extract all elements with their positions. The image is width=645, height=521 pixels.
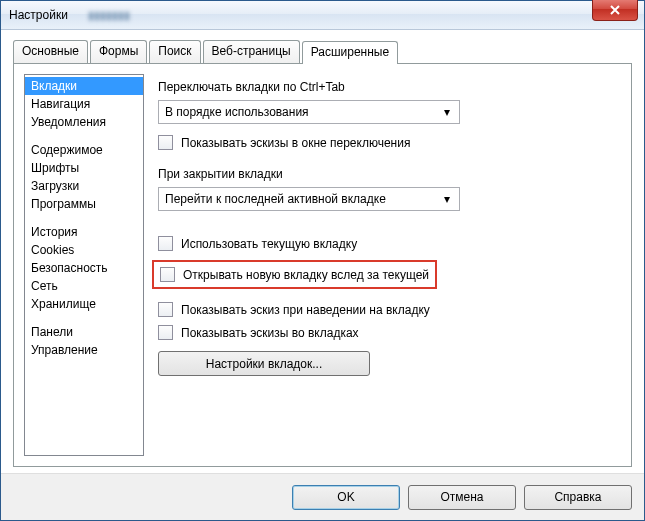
switch-order-value: В порядке использования (165, 105, 309, 119)
use-current-tab-row[interactable]: Использовать текущую вкладку (158, 235, 611, 252)
sidebar-item-tabs[interactable]: Вкладки (25, 77, 143, 95)
chevron-down-icon: ▾ (439, 192, 455, 206)
sidebar-item-content[interactable]: Содержимое (25, 141, 143, 159)
tab-settings-button-label: Настройки вкладок... (206, 357, 323, 371)
help-button[interactable]: Справка (524, 485, 632, 510)
tab-search[interactable]: Поиск (149, 40, 200, 63)
use-current-tab-label: Использовать текущую вкладку (181, 237, 357, 251)
thumb-on-hover-label: Показывать эскиз при наведении на вкладк… (181, 303, 430, 317)
ok-button-label: OK (337, 490, 354, 504)
checkbox[interactable] (158, 325, 173, 340)
window-title: Настройки (9, 8, 68, 22)
close-action-combo[interactable]: Перейти к последней активной вкладке ▾ (158, 187, 460, 211)
close-action-value: Перейти к последней активной вкладке (165, 192, 386, 206)
switch-tabs-label: Переключать вкладки по Ctrl+Tab (158, 80, 611, 94)
dialog-footer: OK Отмена Справка (1, 473, 644, 520)
checkbox[interactable] (158, 236, 173, 251)
tab-settings-button[interactable]: Настройки вкладок... (158, 351, 370, 376)
tabstrip: Основные Формы Поиск Веб-страницы Расшир… (13, 40, 632, 63)
chevron-down-icon: ▾ (439, 105, 455, 119)
sidebar-separator (25, 131, 143, 141)
sidebar-item-cookies[interactable]: Cookies (25, 241, 143, 259)
sidebar-separator (25, 213, 143, 223)
highlighted-option: Открывать новую вкладку вслед за текущей (152, 260, 437, 289)
sidebar-item-fonts[interactable]: Шрифты (25, 159, 143, 177)
tab-main[interactable]: Основные (13, 40, 88, 63)
sidebar-item-programs[interactable]: Программы (25, 195, 143, 213)
thumbs-in-tabs-row[interactable]: Показывать эскизы во вкладках (158, 324, 611, 341)
show-thumbs-switch-row[interactable]: Показывать эскизы в окне переключения (158, 134, 611, 151)
cancel-button[interactable]: Отмена (408, 485, 516, 510)
sidebar-item-panels[interactable]: Панели (25, 323, 143, 341)
titlebar-extra: ▮▮▮▮▮▮▮ (88, 9, 130, 22)
thumb-on-hover-row[interactable]: Показывать эскиз при наведении на вкладк… (158, 301, 611, 318)
sidebar-item-security[interactable]: Безопасность (25, 259, 143, 277)
checkbox[interactable] (158, 135, 173, 150)
tab-webpages[interactable]: Веб-страницы (203, 40, 300, 63)
show-thumbs-switch-label: Показывать эскизы в окне переключения (181, 136, 410, 150)
tab-forms[interactable]: Формы (90, 40, 147, 63)
cancel-button-label: Отмена (440, 490, 483, 504)
sidebar-item-downloads[interactable]: Загрузки (25, 177, 143, 195)
sidebar-item-management[interactable]: Управление (25, 341, 143, 359)
tabs-settings-panel: Переключать вкладки по Ctrl+Tab В порядк… (158, 74, 621, 456)
checkbox[interactable] (158, 302, 173, 317)
sidebar-separator (25, 313, 143, 323)
tabpage-advanced: Вкладки Навигация Уведомления Содержимое… (13, 63, 632, 467)
settings-window: Настройки ▮▮▮▮▮▮▮ Основные Формы Поиск В… (0, 0, 645, 521)
ok-button[interactable]: OK (292, 485, 400, 510)
close-button[interactable] (592, 0, 638, 21)
sidebar-item-network[interactable]: Сеть (25, 277, 143, 295)
checkbox[interactable] (160, 267, 175, 282)
sidebar-item-notifications[interactable]: Уведомления (25, 113, 143, 131)
sidebar-item-navigation[interactable]: Навигация (25, 95, 143, 113)
help-button-label: Справка (554, 490, 601, 504)
thumbs-in-tabs-label: Показывать эскизы во вкладках (181, 326, 359, 340)
sidebar-item-storage[interactable]: Хранилище (25, 295, 143, 313)
category-list[interactable]: Вкладки Навигация Уведомления Содержимое… (24, 74, 144, 456)
tab-advanced[interactable]: Расширенные (302, 41, 399, 64)
sidebar-item-history[interactable]: История (25, 223, 143, 241)
close-tab-label: При закрытии вкладки (158, 167, 611, 181)
client-area: Основные Формы Поиск Веб-страницы Расшир… (1, 30, 644, 473)
close-icon (610, 5, 620, 15)
switch-order-combo[interactable]: В порядке использования ▾ (158, 100, 460, 124)
open-after-current-row[interactable]: Открывать новую вкладку вслед за текущей (160, 266, 429, 283)
titlebar: Настройки ▮▮▮▮▮▮▮ (1, 1, 644, 30)
open-after-current-label: Открывать новую вкладку вслед за текущей (183, 268, 429, 282)
